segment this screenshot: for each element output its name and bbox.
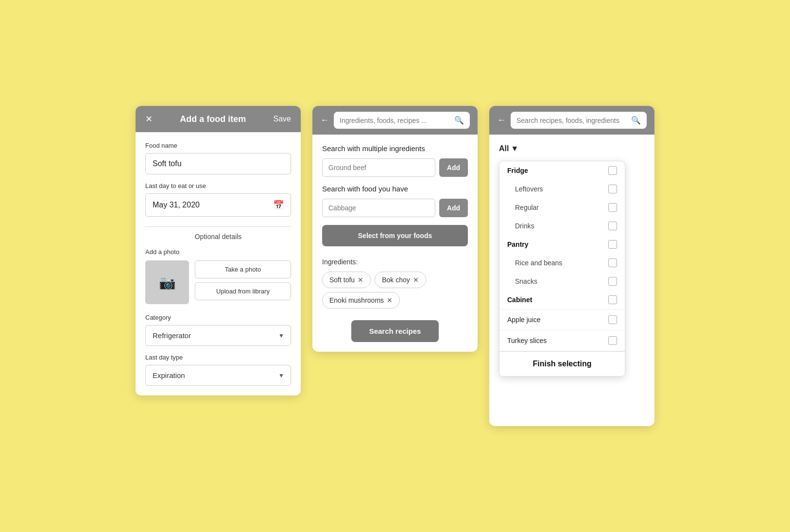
date-input[interactable]	[153, 201, 273, 209]
search-recipes-button[interactable]: Search recipes	[351, 320, 439, 342]
category-select[interactable]: Refrigerator Freezer Pantry	[145, 325, 291, 346]
remove-enoki-mushrooms[interactable]: ✕	[387, 296, 393, 304]
panel1-body: Food name Last day to eat or use 📅 Optio…	[136, 132, 301, 395]
add-photo-label: Add a photo	[145, 248, 291, 256]
optional-details-label: Optional details	[145, 233, 291, 240]
photo-section: 📷 Take a photo Upload from library	[145, 260, 291, 304]
back-button-p2[interactable]: ←	[320, 115, 329, 125]
panel1-screen: ✕ Add a food item Save Food name Last da…	[136, 106, 301, 395]
tag-bok-choy: Bok choy ✕	[375, 272, 426, 288]
back-button-p3[interactable]: ←	[497, 115, 506, 125]
panel2-body: Search with multiple ingredients Add Sea…	[312, 135, 478, 352]
fridge-label: Fridge	[507, 167, 528, 174]
filter-row: All ▼	[499, 144, 645, 153]
cabbage-input[interactable]	[322, 199, 435, 217]
panel3-header: ← 🔍	[489, 106, 654, 135]
search-input-p2[interactable]	[340, 117, 450, 124]
add-btn-2[interactable]: Add	[439, 199, 468, 217]
dropdown-snacks[interactable]: Snacks	[499, 272, 625, 291]
photo-placeholder[interactable]: 📷	[145, 260, 189, 304]
rice-beans-checkbox[interactable]	[608, 258, 617, 267]
divider	[145, 226, 291, 227]
filter-all-dropdown[interactable]: All ▼	[499, 144, 518, 153]
filter-all-label: All	[499, 144, 509, 153]
search-input-p3[interactable]	[516, 117, 627, 124]
cabinet-checkbox[interactable]	[608, 295, 617, 304]
dropdown-fridge[interactable]: Fridge	[499, 161, 625, 180]
panel2-screen: ← 🔍 Search with multiple ingredients Add…	[312, 106, 478, 352]
panel2-header: ← 🔍	[312, 106, 478, 135]
dropdown-regular[interactable]: Regular	[499, 198, 625, 217]
dropdown-drinks[interactable]: Drinks	[499, 217, 625, 235]
leftovers-checkbox[interactable]	[608, 185, 617, 193]
tag-bok-choy-label: Bok choy	[382, 276, 410, 284]
tag-enoki-mushrooms-label: Enoki mushrooms	[329, 296, 384, 304]
tag-soft-tofu-label: Soft tofu	[329, 276, 355, 284]
category-label: Category	[145, 314, 291, 321]
dropdown-pantry[interactable]: Pantry	[499, 235, 625, 254]
search-bar-p2[interactable]: 🔍	[334, 112, 470, 129]
take-photo-button[interactable]: Take a photo	[195, 260, 291, 278]
ingredient-tags: Soft tofu ✕ Bok choy ✕ Enoki mushrooms ✕	[322, 272, 468, 309]
pantry-checkbox[interactable]	[608, 240, 617, 249]
upload-library-button[interactable]: Upload from library	[195, 282, 291, 300]
category-select-wrapper: Refrigerator Freezer Pantry	[145, 325, 291, 346]
drinks-label: Drinks	[515, 222, 534, 230]
date-input-wrapper: 📅	[145, 193, 291, 217]
save-button[interactable]: Save	[274, 115, 291, 123]
cabbage-row: Add	[322, 199, 468, 217]
tag-soft-tofu: Soft tofu ✕	[322, 272, 371, 288]
calendar-icon: 📅	[273, 200, 284, 210]
snacks-checkbox[interactable]	[608, 277, 617, 286]
finish-selecting-button[interactable]: Finish selecting	[499, 351, 625, 376]
cabinet-label: Cabinet	[507, 296, 532, 304]
dropdown-rice-beans[interactable]: Rice and beans	[499, 254, 625, 272]
last-day-type-wrapper: Expiration Best by Use by	[145, 365, 291, 386]
panel3-screen: ← 🔍 All ▼ Fridge Leftove	[489, 106, 654, 426]
apple-juice-label: Apple juice	[507, 316, 541, 324]
remove-bok-choy[interactable]: ✕	[413, 276, 419, 284]
turkey-slices-label: Turkey slices	[507, 337, 547, 344]
search-multiple-label: Search with multiple ingredients	[322, 144, 468, 153]
ground-beef-row: Add	[322, 158, 468, 177]
fridge-checkbox[interactable]	[608, 166, 617, 175]
chevron-down-icon: ▼	[511, 144, 518, 153]
food-name-label: Food name	[145, 142, 291, 149]
food-apple-juice: Apple juice	[499, 309, 625, 330]
food-name-input[interactable]	[145, 153, 291, 174]
screens-container: ✕ Add a food item Save Food name Last da…	[136, 106, 654, 426]
drinks-checkbox[interactable]	[608, 222, 617, 230]
remove-soft-tofu[interactable]: ✕	[358, 276, 363, 284]
food-turkey-slices: Turkey slices	[499, 330, 625, 351]
leftovers-label: Leftovers	[515, 185, 543, 193]
search-with-food-label: Search with food you have	[322, 185, 468, 193]
add-btn-1[interactable]: Add	[439, 158, 468, 177]
regular-label: Regular	[515, 204, 539, 211]
camera-icon: 📷	[159, 275, 176, 291]
search-bar-p3[interactable]: 🔍	[511, 112, 647, 129]
regular-checkbox[interactable]	[608, 203, 617, 212]
turkey-slices-checkbox[interactable]	[608, 336, 617, 345]
pantry-label: Pantry	[507, 240, 529, 248]
ground-beef-input[interactable]	[322, 158, 435, 177]
photo-buttons: Take a photo Upload from library	[195, 260, 291, 304]
last-day-type-label: Last day type	[145, 354, 291, 361]
apple-juice-checkbox[interactable]	[608, 315, 617, 324]
last-day-type-select[interactable]: Expiration Best by Use by	[145, 365, 291, 386]
dropdown-cabinet[interactable]: Cabinet	[499, 291, 625, 309]
search-icon-p2: 🔍	[454, 116, 464, 125]
panel1-header: ✕ Add a food item Save	[136, 106, 301, 132]
snacks-label: Snacks	[515, 277, 537, 285]
search-icon-p3: 🔍	[631, 116, 641, 125]
close-button[interactable]: ✕	[145, 114, 153, 124]
panel3-body: All ▼ Fridge Leftovers Regular	[489, 135, 654, 426]
panel1-title: Add a food item	[180, 114, 246, 124]
ingredients-label: Ingredients:	[322, 258, 468, 266]
tag-enoki-mushrooms: Enoki mushrooms ✕	[322, 292, 400, 309]
select-from-foods-button[interactable]: Select from your foods	[322, 225, 468, 246]
dropdown-leftovers[interactable]: Leftovers	[499, 180, 625, 198]
rice-beans-label: Rice and beans	[515, 259, 562, 267]
filter-dropdown-menu: Fridge Leftovers Regular Drinks Pan	[499, 161, 625, 377]
last-day-label: Last day to eat or use	[145, 182, 291, 189]
